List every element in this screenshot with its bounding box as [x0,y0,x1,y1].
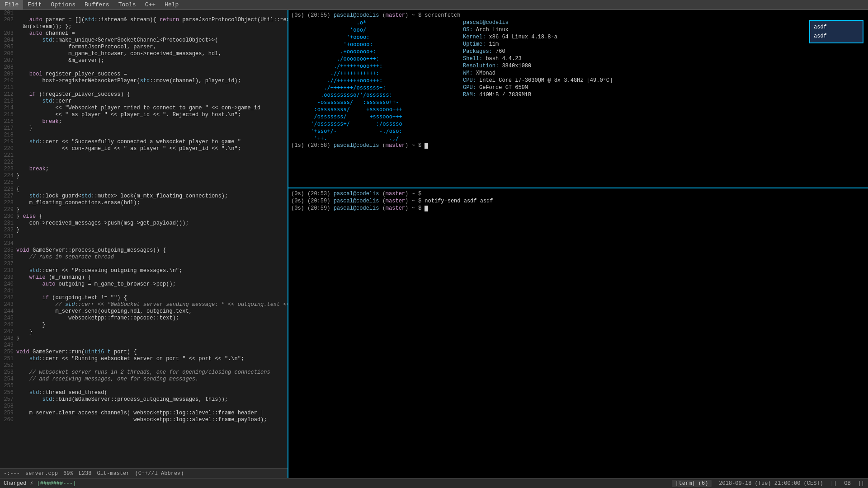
editor-percent: 69% [63,470,73,477]
code-line: 233 [0,234,288,240]
code-line: 202 auto parser = [](std::istream& strea… [0,17,288,23]
code-line: 229} [0,206,288,213]
editor-mode: -:--- [4,470,20,477]
menu-tools[interactable]: Tools [114,0,141,9]
code-line: 207 &m_server); [0,57,288,64]
battery-icon: ⚡ [30,480,33,487]
layout-icon: || [858,480,864,487]
menu-edit[interactable]: Edit [23,0,46,9]
code-line: 219 std::cerr << "Successfully connected… [0,139,288,145]
code-line: 249 [0,342,288,349]
term-bottom-line: (0s) (20:53) pascal@codelis (master) ~ $ [291,190,865,197]
code-line: 226{ [0,186,288,193]
statusbar: Charged ⚡ [#######---] [term] (6) 2018-0… [0,478,868,488]
code-line: 236 // runs in separate thread [0,254,288,261]
code-line: 203 auto channel = [0,30,288,37]
editor-panel: 201202 auto parser = [](std::istream& st… [0,10,288,478]
terminal-panel: (0s) (20:55) pascal@codelis (master) ~ $… [288,10,868,478]
code-line: &n(stream)); }; [0,23,288,30]
code-line: 223 break; [0,166,288,173]
code-line: 205 formatJsonProtocol, parser, [0,44,288,51]
code-line: 208 [0,64,288,71]
term-bottom-line: (0s) (20:59) pascal@codelis (master) ~ $ [291,205,865,212]
code-line: 259 m_server.clear_access_channels( webs… [0,410,288,417]
editor-filename: server.cpp [25,470,58,477]
code-line: 213 std::cerr [0,98,288,105]
code-line: 230} else { [0,213,288,220]
code-line: 218 [0,132,288,139]
term-bottom-line: (0s) (20:59) pascal@codelis (master) ~ $… [291,197,865,205]
menu-help[interactable]: Help [160,0,183,9]
code-line: 252 [0,362,288,369]
code-line: 244 m_server.send(outgoing.hdl, outgoing… [0,308,288,315]
battery-bar: [#######---] [37,480,76,487]
code-line: 256 std::thread send_thread( [0,389,288,396]
ac-item-1[interactable]: asdf [810,23,863,32]
code-line: 231 con->received_messages->push(msg->ge… [0,220,288,227]
code-line: 221 [0,152,288,159]
gb-label: GB [844,480,850,487]
code-line: 214 << "Websocket player tried to connec… [0,105,288,112]
code-line: 260 websocketpp::log::alevel::frame_payl… [0,417,288,423]
code-line: 225 [0,179,288,186]
statusbar-left: Charged ⚡ [#######---] [4,480,76,487]
code-line: 254 // and receiving messages, one for s… [0,376,288,383]
terminal-top[interactable]: (0s) (20:55) pascal@codelis (master) ~ $… [288,10,868,188]
code-line: 240 auto outgoing = m_game_to_browser->p… [0,281,288,288]
code-area[interactable]: 201202 auto parser = [](std::istream& st… [0,10,288,468]
code-line: 201 [0,10,288,17]
code-line: 228 m_floating_connections.erase(hdl); [0,200,288,206]
code-line: 248} [0,335,288,342]
code-line: 246 } [0,322,288,328]
ac-item-2[interactable]: asdf [810,32,863,41]
menu-options[interactable]: Options [46,0,80,9]
code-line: 211 [0,84,288,91]
term-top-content: (0s) (20:55) pascal@codelis (master) ~ $… [291,12,865,149]
code-line: 232} [0,227,288,234]
code-line: 204 std::make_unique<ServerSocketChannel… [0,37,288,44]
statusbar-right: [term] (6) 2018-09-18 (Tue) 21:00:00 (CE… [672,480,864,487]
editor-statusbar: -:--- server.cpp 69% L238 Git-master (C+… [0,468,288,478]
term-tab[interactable]: [term] (6) [672,480,712,487]
editor-extra: (C++//l Abbrev) [135,470,184,477]
code-line: 243 // std::cerr << "WebSocket server se… [0,301,288,308]
editor-branch: Git-master [97,470,129,477]
terminal-bottom[interactable]: (0s) (20:53) pascal@codelis (master) ~ $… [288,188,868,478]
datetime: 2018-09-18 (Tue) 21:00:00 (CEST) [719,480,823,487]
menu-file[interactable]: File [0,0,23,9]
code-line: 239 while (m_running) { [0,274,288,281]
code-line: 242 if (outgoing.text != "") { [0,295,288,301]
code-line: 251 std::cerr << "Running websocket serv… [0,356,288,362]
code-line: 220 << con->game_id << " as player " << … [0,145,288,152]
code-line: 217 } [0,125,288,132]
code-line: 237 [0,261,288,267]
code-line: 245 websocketpp::frame::opcode::text); [0,315,288,322]
code-line: 212 if (!register_player_success) { [0,91,288,98]
term-bottom-content: (0s) (20:53) pascal@codelis (master) ~ $… [291,190,865,212]
code-line: 224} [0,173,288,179]
code-line: 250void GameServer::run(uint16_t port) { [0,349,288,356]
code-line: 209 bool register_player_success = [0,71,288,78]
code-line: 238 std::cerr << "Processing outgoing me… [0,267,288,274]
code-line: 215 << " as player " << player_id << ". … [0,112,288,118]
code-line: 247 } [0,328,288,335]
code-line: 255 [0,383,288,389]
autocomplete-popup[interactable]: asdf asdf [809,20,863,43]
code-line: 257 std::bind(&GameServer::process_outgo… [0,396,288,403]
code-line: 258 [0,403,288,410]
code-line: 222 [0,159,288,166]
code-line: 227 std::lock_guard<std::mutex> lock(m_m… [0,193,288,200]
separator: || [830,480,837,487]
main-area: 201202 auto parser = [](std::istream& st… [0,10,868,478]
code-line: 241 [0,288,288,295]
code-line: 235void GameServer::process_outgoing_mes… [0,247,288,254]
menu-buffers[interactable]: Buffers [80,0,114,9]
code-line: 253 // websocket server runs in 2 thread… [0,369,288,376]
menu-cpp[interactable]: C++ [141,0,160,9]
menubar: File Edit Options Buffers Tools C++ Help [0,0,868,10]
editor-position: L238 [79,470,92,477]
code-line: 206 m_game_to_browser, con->received_mes… [0,51,288,57]
code-line: 234 [0,240,288,247]
code-line: 210 host->registerWebsocketPlayer(std::m… [0,78,288,84]
charged-label: Charged [4,480,26,487]
